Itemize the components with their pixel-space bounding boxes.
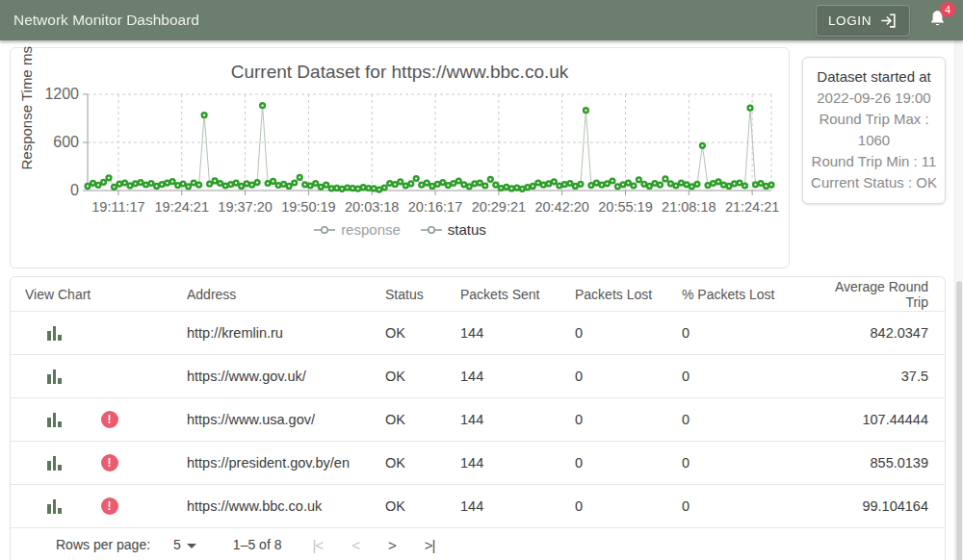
login-button[interactable]: LOGIN bbox=[816, 5, 910, 37]
svg-text:20:29:21: 20:29:21 bbox=[472, 199, 526, 215]
page-title: Network Monitor Dashboard bbox=[13, 12, 816, 29]
svg-text:19:37:20: 19:37:20 bbox=[218, 199, 272, 215]
status-cell: OK bbox=[376, 325, 451, 341]
response-chart: 19:11:1719:24:2119:37:2019:50:1920:03:18… bbox=[11, 87, 789, 217]
packets-sent-cell: 144 bbox=[451, 455, 565, 471]
col-packets-lost: Packets Lost bbox=[565, 287, 672, 302]
svg-text:20:16:17: 20:16:17 bbox=[408, 199, 462, 215]
monitor-table: View Chart Address Status Packets Sent P… bbox=[10, 276, 946, 560]
prev-page-button: < bbox=[351, 537, 359, 553]
svg-text:0: 0 bbox=[70, 182, 79, 198]
rows-per-page-value: 5 bbox=[173, 537, 181, 552]
chart-y-axis-label: Response Time ms bbox=[18, 147, 35, 170]
bar-chart-icon bbox=[47, 369, 62, 384]
dropdown-caret-icon bbox=[187, 544, 196, 548]
svg-text:1200: 1200 bbox=[44, 87, 79, 102]
pct-packets-lost-cell: 0 bbox=[672, 325, 807, 341]
login-button-label: LOGIN bbox=[828, 13, 872, 28]
svg-text:21:08:18: 21:08:18 bbox=[662, 199, 716, 215]
notification-count-badge: 4 bbox=[940, 2, 955, 17]
packets-lost-cell: 0 bbox=[565, 412, 672, 427]
col-average-round-trip: Average Round Trip bbox=[807, 279, 945, 310]
pct-packets-lost-cell: 0 bbox=[672, 369, 807, 384]
col-pct-packets-lost: % Packets Lost bbox=[672, 287, 807, 302]
table-row: ! https://www.usa.gov/ OK 144 0 0 107.44… bbox=[11, 398, 945, 442]
average-round-trip-cell: 99.104164 bbox=[807, 498, 945, 514]
table-body: ! http://kremlin.ru OK 144 0 0 842.0347 bbox=[11, 312, 945, 528]
address-cell: https://president.gov.by/en bbox=[177, 455, 376, 471]
table-footer: Rows per page: 5 1–5 of 8 |<<>>| bbox=[11, 528, 945, 560]
average-round-trip-cell: 855.0139 bbox=[807, 455, 945, 471]
notifications-button[interactable]: 4 bbox=[927, 9, 948, 33]
view-chart-button[interactable] bbox=[47, 456, 62, 471]
view-chart-button[interactable] bbox=[47, 369, 62, 384]
app-header: Network Monitor Dashboard LOGIN 4 bbox=[0, 0, 963, 40]
rows-per-page-label: Rows per page: bbox=[56, 537, 150, 552]
bar-chart-icon bbox=[47, 413, 62, 427]
col-address: Address bbox=[177, 287, 376, 302]
svg-text:600: 600 bbox=[53, 134, 79, 150]
status-cell: OK bbox=[376, 455, 451, 471]
svg-text:20:55:19: 20:55:19 bbox=[598, 199, 652, 215]
pagination-range: 1–5 of 8 bbox=[233, 537, 282, 552]
bar-chart-icon bbox=[47, 326, 62, 341]
chart-legend: response status bbox=[11, 221, 789, 238]
packets-sent-cell: 144 bbox=[451, 325, 565, 341]
svg-text:19:24:21: 19:24:21 bbox=[155, 199, 209, 215]
col-packets-sent: Packets Sent bbox=[451, 287, 565, 302]
table-row: ! https://www.gov.uk/ OK 144 0 0 37.5 bbox=[11, 355, 945, 398]
status-cell: OK bbox=[376, 369, 451, 384]
col-view-chart: View Chart bbox=[11, 287, 177, 302]
round-trip-min: Round Trip Min : 11 bbox=[807, 151, 941, 172]
scrollbar-thumb[interactable] bbox=[956, 281, 962, 560]
status-cell: OK bbox=[376, 412, 451, 427]
legend-status-marker-icon bbox=[420, 225, 443, 235]
table-header-row: View Chart Address Status Packets Sent P… bbox=[11, 277, 945, 312]
next-page-button[interactable]: > bbox=[388, 537, 396, 553]
table-row: ! https://www.bbc.co.uk OK 144 0 0 99.10… bbox=[11, 485, 945, 528]
svg-text:20:42:20: 20:42:20 bbox=[534, 199, 588, 215]
legend-response-label: response bbox=[341, 221, 401, 238]
warning-icon: ! bbox=[101, 411, 118, 428]
status-cell: OK bbox=[376, 498, 451, 514]
dataset-started-label: Dataset started at bbox=[807, 66, 941, 88]
view-chart-button[interactable] bbox=[47, 499, 62, 514]
average-round-trip-cell: 842.0347 bbox=[807, 325, 945, 341]
view-chart-button[interactable] bbox=[47, 413, 62, 427]
dataset-start-time: 2022-09-26 19:00 bbox=[807, 88, 941, 109]
first-page-button: |< bbox=[312, 537, 323, 553]
address-cell: https://www.bbc.co.uk bbox=[177, 498, 376, 514]
average-round-trip-cell: 37.5 bbox=[807, 369, 945, 384]
vertical-scrollbar bbox=[954, 40, 963, 560]
current-status: Current Status : OK bbox=[807, 172, 941, 193]
address-cell: https://www.usa.gov/ bbox=[177, 412, 376, 427]
table-row: ! https://president.gov.by/en OK 144 0 0… bbox=[11, 442, 945, 485]
table-row: ! http://kremlin.ru OK 144 0 0 842.0347 bbox=[11, 312, 945, 355]
legend-response-marker-icon bbox=[313, 225, 336, 235]
paginator: |<<>>| bbox=[312, 537, 434, 553]
address-cell: https://www.gov.uk/ bbox=[177, 369, 376, 384]
address-cell: http://kremlin.ru bbox=[177, 325, 376, 341]
response-chart-card: Current Dataset for https://www.bbc.co.u… bbox=[10, 47, 790, 268]
svg-text:19:11:17: 19:11:17 bbox=[91, 199, 144, 215]
svg-text:21:24:21: 21:24:21 bbox=[725, 199, 779, 215]
average-round-trip-cell: 107.44444 bbox=[807, 412, 945, 427]
legend-status-label: status bbox=[448, 221, 486, 238]
col-status: Status bbox=[376, 287, 451, 302]
legend-item-status[interactable]: status bbox=[420, 221, 486, 238]
login-icon bbox=[879, 12, 898, 30]
packets-lost-cell: 0 bbox=[565, 369, 672, 384]
warning-icon: ! bbox=[101, 497, 118, 515]
pct-packets-lost-cell: 0 bbox=[672, 412, 807, 427]
packets-lost-cell: 0 bbox=[565, 325, 672, 341]
bar-chart-icon bbox=[47, 499, 62, 514]
legend-item-response[interactable]: response bbox=[313, 221, 401, 238]
view-chart-button[interactable] bbox=[47, 326, 62, 341]
rows-per-page-select[interactable]: 5 bbox=[173, 537, 196, 552]
round-trip-max: Round Trip Max : 1060 bbox=[807, 109, 941, 151]
svg-text:19:50:19: 19:50:19 bbox=[281, 199, 335, 215]
last-page-button[interactable]: >| bbox=[425, 537, 435, 553]
packets-lost-cell: 0 bbox=[565, 498, 672, 514]
packets-sent-cell: 144 bbox=[451, 369, 565, 384]
svg-text:20:03:18: 20:03:18 bbox=[345, 199, 399, 215]
